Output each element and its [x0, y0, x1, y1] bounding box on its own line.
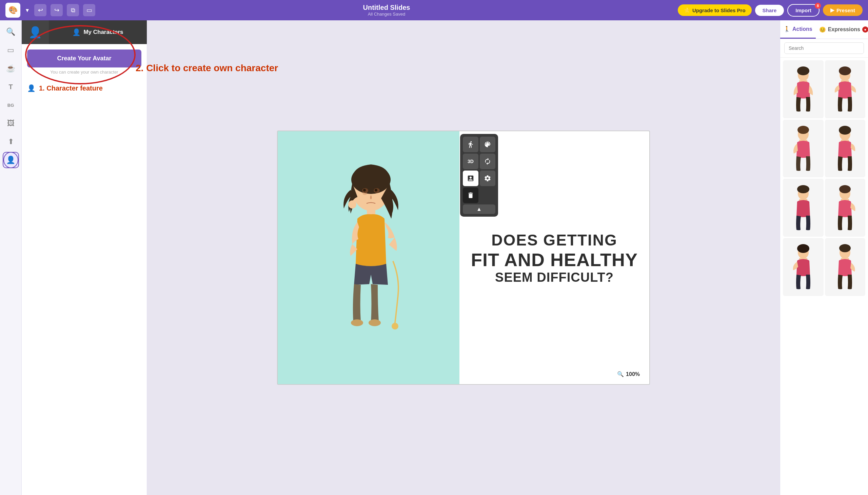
actions-icon: 🚶	[784, 26, 790, 32]
toolbar-walk-button[interactable]	[463, 137, 478, 152]
left-sidebar: 🔍 ▭ ☕ T BG 🖼 ⬆ 👤	[0, 20, 22, 495]
character-thumb-8[interactable]	[825, 238, 866, 296]
toolbar-refresh-button[interactable]	[480, 154, 495, 169]
sidebar-item-search[interactable]: 🔍	[3, 24, 19, 40]
character-thumb-7[interactable]	[783, 238, 823, 296]
slides-icon: ▭	[7, 46, 14, 55]
character-grid	[780, 58, 868, 299]
toolbar-toggle-button[interactable]	[463, 171, 478, 186]
star-icon: ⭐	[684, 7, 690, 13]
upload-icon: ⬆	[8, 137, 14, 146]
duplicate-button[interactable]: ⧉	[67, 4, 79, 16]
sidebar-item-slides[interactable]: ▭	[3, 42, 19, 58]
character-feature-label: 👤 1. Character feature	[27, 84, 141, 92]
svg-point-8	[351, 319, 363, 326]
panel-collapse-button[interactable]: ‹	[147, 249, 147, 266]
title-area: Untitled Slides All Changes Saved	[99, 4, 674, 17]
character-thumb-6[interactable]	[825, 179, 866, 237]
svg-point-11	[392, 323, 398, 329]
redo-icon: ↪	[54, 6, 59, 14]
image-icon: 🖼	[7, 119, 15, 128]
svg-point-9	[369, 319, 381, 326]
import-badge: 8	[815, 3, 821, 9]
right-panel: 🚶 Actions 😊 Expressions ●	[780, 20, 868, 495]
present-button[interactable]: ▶ Present	[823, 4, 863, 16]
app-title: Untitled Slides	[99, 4, 674, 12]
right-panel-search-area	[780, 39, 868, 58]
svg-point-6	[375, 189, 377, 191]
layout-icon: ▭	[86, 6, 92, 14]
media-icon: ☕	[6, 64, 15, 73]
topbar-actions: ⭐ Upgrade to Slides Pro Share Import 8 ▶…	[678, 4, 863, 17]
sidebar-item-character[interactable]: 👤	[3, 152, 19, 168]
character-panel: 👤 👤 My Characters Create Your Avatar You…	[22, 20, 147, 495]
character-thumb-4[interactable]	[825, 120, 866, 178]
create-avatar-button[interactable]: Create Your Avatar	[27, 50, 141, 67]
sidebar-item-upload[interactable]: ⬆	[3, 134, 19, 150]
toolbar-expand-button[interactable]: ▲	[463, 204, 495, 214]
duplicate-icon: ⧉	[71, 7, 75, 14]
svg-point-34	[839, 244, 851, 252]
slide-text-line2: FIT AND HEALTHY	[471, 249, 638, 270]
my-characters-tab[interactable]: 👤 My Characters	[49, 20, 147, 44]
character-illustration	[311, 159, 427, 356]
app-logo[interactable]: 🎨	[5, 3, 20, 18]
tab-actions[interactable]: 🚶 Actions	[780, 20, 816, 39]
svg-point-31	[797, 244, 809, 253]
create-avatar-hint: You can create your own character	[27, 69, 141, 74]
svg-point-28	[839, 185, 851, 193]
badge-icon: BG	[7, 103, 14, 108]
toolbar-3d-button[interactable]: 3D	[463, 154, 478, 169]
floating-toolbar: 3D ▲	[460, 134, 498, 217]
logo-dropdown[interactable]: ▾	[24, 5, 30, 15]
expressions-badge: ●	[862, 27, 868, 33]
text-icon: T	[8, 83, 13, 91]
slide-wrapper[interactable]: ▲ ▼ + ⧉ 🗑 Animate	[277, 131, 650, 385]
upgrade-button[interactable]: ⭐ Upgrade to Slides Pro	[678, 4, 752, 16]
svg-point-5	[363, 189, 366, 191]
svg-point-19	[798, 126, 809, 134]
svg-point-25	[797, 185, 809, 193]
toolbar-settings-button[interactable]	[480, 171, 495, 186]
tab-expressions[interactable]: 😊 Expressions ●	[816, 20, 868, 39]
sidebar-item-text[interactable]: T	[3, 79, 19, 95]
svg-point-13	[797, 66, 809, 75]
character-thumb-2[interactable]	[825, 61, 866, 118]
slide-text-line1: DOES GETTING	[491, 231, 617, 249]
svg-point-22	[839, 126, 851, 135]
sidebar-item-badge[interactable]: BG	[3, 97, 19, 113]
sidebar-item-media[interactable]: ☕	[3, 61, 19, 76]
topbar: 🎨 ▾ ↩ ↪ ⧉ ▭ Untitled Slides All Changes …	[0, 0, 868, 20]
svg-point-16	[839, 66, 851, 75]
panel-header-user-icon: 👤	[22, 20, 49, 44]
undo-icon: ↩	[38, 6, 43, 14]
slide-text-line3: SEEM DIFFICULT?	[495, 270, 614, 285]
play-icon: ▶	[830, 7, 834, 13]
toolbar-color-button[interactable]	[480, 137, 495, 152]
import-button[interactable]: Import 8	[787, 4, 819, 17]
create-avatar-section: Create Your Avatar You can create your o…	[22, 44, 147, 77]
redo-button[interactable]: ↪	[51, 4, 63, 16]
undo-button[interactable]: ↩	[34, 4, 47, 16]
character-feature-icon: 👤	[27, 84, 36, 92]
zoom-indicator: 🔍 100%	[612, 369, 645, 379]
character-search-input[interactable]	[784, 42, 864, 54]
slide-character-area	[278, 131, 461, 384]
expressions-icon: 😊	[819, 27, 826, 33]
sidebar-item-image[interactable]: 🖼	[3, 115, 19, 132]
share-button[interactable]: Share	[755, 5, 784, 16]
canvas-area: ▲ ▼ + ⧉ 🗑 Animate	[147, 20, 780, 495]
zoom-icon: 🔍	[617, 371, 624, 377]
character-thumb-5[interactable]	[783, 179, 823, 237]
character-thumb-1[interactable]	[783, 61, 823, 118]
right-panel-tabs: 🚶 Actions 😊 Expressions ●	[780, 20, 868, 39]
my-characters-tab-label: My Characters	[83, 29, 123, 36]
my-characters-tab-icon: 👤	[72, 28, 81, 36]
character-thumb-3[interactable]	[783, 120, 823, 178]
search-icon: 🔍	[6, 28, 15, 36]
panel-header: 👤 👤 My Characters	[22, 20, 147, 44]
toolbar-delete-button[interactable]	[463, 187, 478, 203]
layout-button[interactable]: ▭	[83, 4, 95, 16]
save-status: All Changes Saved	[99, 12, 674, 17]
character-avatar-icon: 👤	[3, 152, 18, 168]
